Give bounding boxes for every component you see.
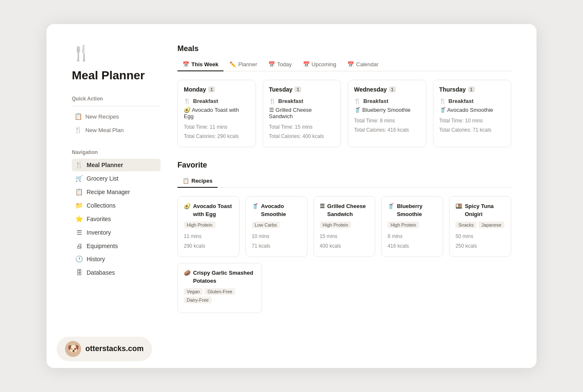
favorites-label: Favorites bbox=[87, 216, 111, 222]
meal-planner-icon: 🍴 bbox=[75, 161, 83, 169]
quick-action-new-meal-plan[interactable]: 🍴 New Meal Plan bbox=[72, 124, 161, 136]
recipe-card-2: ☰ Grilled Cheese Sandwich High Protein 1… bbox=[313, 196, 376, 257]
upcoming-label: Upcoming bbox=[312, 61, 337, 68]
grocery-list-label: Grocery List bbox=[87, 175, 118, 182]
sidebar-item-meal-planner[interactable]: 🍴 Meal Planner bbox=[72, 159, 161, 171]
recipe-tag-5-0: Vegan bbox=[184, 288, 203, 295]
tab-today[interactable]: 📅 Today bbox=[263, 58, 297, 71]
calendar-icon: 📅 bbox=[347, 61, 354, 68]
today-icon: 📅 bbox=[268, 61, 275, 68]
sidebar-item-equipments[interactable]: 🖨 Equipments bbox=[72, 240, 161, 252]
recipe-tag-2-0: High Protein bbox=[320, 222, 351, 228]
recipe-card-1: 🥤 Avocado Smoothie Low Carbs 10 mins 71 … bbox=[245, 196, 308, 257]
brand-avatar-emoji: 🐶 bbox=[68, 343, 79, 354]
recipe-kcals-3: 416 kcals bbox=[387, 241, 437, 251]
recipe-time-4: 50 mins bbox=[455, 232, 505, 241]
recipe-icon-2: ☰ bbox=[320, 203, 325, 210]
recipe-tag-5-2: Dairy-Free bbox=[184, 297, 212, 303]
meal-name-wednesday: 🥤 Blueberry Smoothie bbox=[354, 107, 420, 113]
day-wednesday: Wednesday bbox=[354, 86, 387, 93]
recipe-card-3: 🥤 Blueberry Smoothie High Protein 8 mins… bbox=[381, 196, 443, 257]
brand-pill[interactable]: 🐶 otterstacks.com bbox=[57, 337, 152, 361]
day-badge-tuesday: 1 bbox=[294, 87, 301, 92]
recipe-kcals-4: 250 kcals bbox=[455, 241, 505, 251]
day-badge-thursday: 1 bbox=[468, 87, 475, 92]
day-tuesday: Tuesday bbox=[269, 86, 293, 93]
tab-calendar[interactable]: 📅 Calendar bbox=[342, 58, 384, 71]
brand-avatar: 🐶 bbox=[65, 341, 81, 357]
meal-meta-tuesday: Total Time: 15 mins Total Calories: 400 … bbox=[269, 123, 335, 141]
meal-card-thursday: Thursday 1 🍴 Breakfast 🥤 Avocado Smoothi… bbox=[433, 80, 512, 147]
tab-this-week[interactable]: 📅 This Week bbox=[177, 58, 223, 71]
inventory-label: Inventory bbox=[87, 229, 111, 236]
recipe-name-0: 🥑 Avocado Toast with Egg bbox=[184, 203, 233, 218]
recipe-kcals-1: 71 kcals bbox=[252, 241, 301, 251]
new-recipes-label: New Recipes bbox=[85, 114, 119, 120]
app-title: Meal Planner bbox=[72, 69, 161, 82]
history-label: History bbox=[87, 256, 105, 262]
meal-time-tuesday: Total Time: 15 mins bbox=[269, 123, 335, 132]
calendar-label: Calendar bbox=[356, 61, 379, 68]
recipe-card-4: 🍱 Spicy Tuna Onigiri Snacks Japanese 50 … bbox=[449, 196, 511, 257]
today-label: Today bbox=[277, 61, 292, 68]
recipe-meta-0: 11 mins 290 kcals bbox=[184, 232, 233, 251]
day-badge-monday: 1 bbox=[208, 87, 215, 92]
brand-name: otterstacks.com bbox=[85, 344, 144, 353]
meal-type-label-monday: Breakfast bbox=[193, 98, 218, 104]
meal-type-label-tuesday: Breakfast bbox=[278, 98, 303, 104]
recipe-tag-3-0: High Protein bbox=[387, 222, 419, 228]
recipe-name-1: 🥤 Avocado Smoothie bbox=[252, 203, 301, 218]
nav-items: 🍴 Meal Planner 🛒 Grocery List 📋 Recipe M… bbox=[72, 159, 161, 278]
equipments-label: Equipments bbox=[87, 243, 118, 249]
tab-upcoming[interactable]: 📅 Upcoming bbox=[298, 58, 342, 71]
fav-tab-recipes[interactable]: 📋 Recipes bbox=[177, 175, 218, 188]
tab-planner[interactable]: ✏️ Planner bbox=[224, 58, 262, 71]
meal-type-label-wednesday: Breakfast bbox=[363, 98, 388, 104]
recipe-tag-5-1: Gluten-Free bbox=[204, 288, 235, 295]
recipe-tag-0-0: High Protein bbox=[184, 222, 215, 228]
recipe-tag-4-1: Japanese bbox=[478, 222, 504, 228]
recipe-tags-5: Vegan Gluten-Free Dairy-Free bbox=[184, 288, 256, 303]
recipe-meta-3: 8 mins 416 kcals bbox=[387, 232, 437, 251]
recipe-name-4: 🍱 Spicy Tuna Onigiri bbox=[455, 203, 505, 218]
sidebar-item-collections[interactable]: 📁 Collections bbox=[72, 199, 161, 212]
recipe-card-5: 🥔 Crispy Garlic Smashed Potatoes Vegan G… bbox=[177, 263, 262, 313]
databases-icon: 🗄 bbox=[75, 269, 83, 276]
quick-action-new-recipes[interactable]: 📋 New Recipes bbox=[72, 111, 161, 122]
meal-card-monday: Monday 1 🍴 Breakfast 🥑 Avocado Toast wit… bbox=[177, 80, 256, 147]
recipe-icon-0: 🥑 bbox=[184, 203, 191, 210]
recipe-tags-0: High Protein bbox=[184, 222, 233, 228]
sidebar-item-grocery-list[interactable]: 🛒 Grocery List bbox=[72, 172, 161, 185]
meal-type-icon-thursday: 🍴 bbox=[439, 98, 446, 104]
meal-time-monday: Total Time: 11 mins bbox=[184, 123, 250, 132]
quick-action-label: Quick Action bbox=[72, 96, 161, 102]
new-meal-plan-icon: 🍴 bbox=[74, 126, 82, 134]
day-header-monday: Monday 1 bbox=[184, 86, 250, 93]
collections-label: Collections bbox=[87, 202, 115, 209]
day-header-wednesday: Wednesday 1 bbox=[354, 86, 420, 93]
sidebar-item-recipe-manager[interactable]: 📋 Recipe Manager bbox=[72, 186, 161, 198]
collections-icon: 📁 bbox=[75, 202, 83, 209]
meal-type-thursday: 🍴 Breakfast bbox=[439, 98, 505, 104]
day-thursday: Thursday bbox=[439, 86, 466, 93]
planner-label: Planner bbox=[238, 61, 257, 68]
recipe-icon-5: 🥔 bbox=[184, 269, 191, 277]
sidebar-item-databases[interactable]: 🗄 Databases bbox=[72, 266, 161, 278]
history-icon: 🕐 bbox=[75, 255, 83, 263]
equipments-icon: 🖨 bbox=[75, 242, 83, 249]
recipe-kcals-0: 290 kcals bbox=[184, 241, 233, 251]
recipe-kcals-2: 400 kcals bbox=[320, 241, 369, 251]
recipe-time-2: 15 mins bbox=[320, 232, 369, 241]
meal-meta-wednesday: Total Time: 8 mins Total Calories: 416 k… bbox=[354, 116, 420, 135]
sidebar-item-favorites[interactable]: ⭐ Favorites bbox=[72, 213, 161, 225]
meals-grid: Monday 1 🍴 Breakfast 🥑 Avocado Toast wit… bbox=[177, 80, 511, 147]
recipe-meta-4: 50 mins 250 kcals bbox=[455, 232, 505, 251]
meal-type-label-thursday: Breakfast bbox=[449, 98, 474, 104]
sidebar-item-history[interactable]: 🕐 History bbox=[72, 253, 161, 265]
sidebar-divider-1 bbox=[72, 106, 161, 106]
brand-bar: 🐶 otterstacks.com bbox=[46, 330, 537, 368]
sidebar: 🍴 Meal Planner Quick Action 📋 New Recipe… bbox=[72, 44, 161, 313]
meal-calories-monday: Total Calories: 290 kcals bbox=[184, 132, 250, 141]
sidebar-item-inventory[interactable]: ☰ Inventory bbox=[72, 226, 161, 239]
main-content: Meals 📅 This Week ✏️ Planner 📅 Today bbox=[177, 44, 511, 313]
